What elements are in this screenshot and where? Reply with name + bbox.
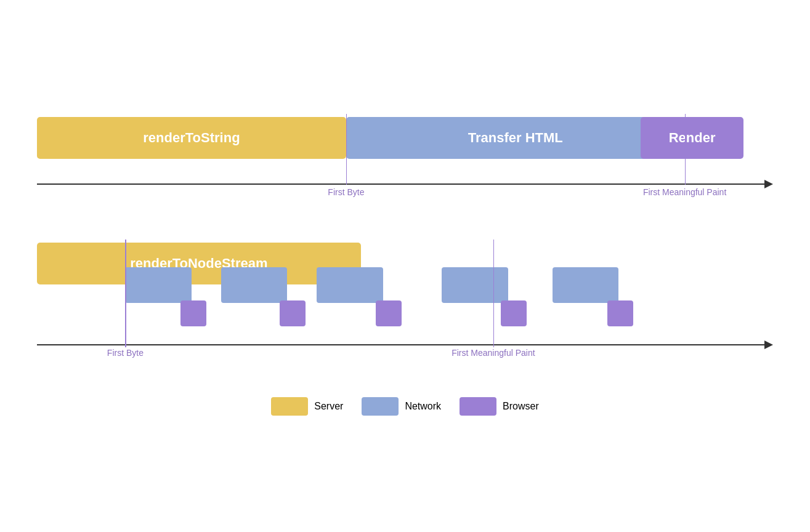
network-chunk-3: [317, 267, 383, 303]
fmp-marker-line-bottom: [493, 240, 495, 347]
render-bar: Render: [641, 117, 743, 159]
legend-server: Server: [271, 397, 343, 416]
diagram-render-to-string: renderToString Transfer HTML Render Firs…: [37, 117, 773, 206]
top-axis: [37, 183, 767, 185]
bottom-axis-labels: First Byte First Meaningful Paint: [37, 348, 773, 366]
browser-chunk-4: [501, 300, 527, 326]
top-axis-labels: First Byte First Meaningful Paint: [37, 187, 773, 206]
browser-chunk-2: [280, 300, 306, 326]
bottom-bars-area: renderToNodeStream: [37, 243, 773, 341]
network-chunk-1: [125, 267, 192, 303]
browser-legend-label: Browser: [503, 401, 539, 412]
legend-network: Network: [362, 397, 441, 416]
network-chunk-5: [553, 267, 619, 303]
first-byte-label-bottom: First Byte: [107, 348, 144, 358]
server-legend-label: Server: [314, 401, 343, 412]
browser-chunk-5: [607, 300, 633, 326]
render-to-node-stream-bar: renderToNodeStream: [37, 243, 361, 284]
top-bars-area: renderToString Transfer HTML Render: [37, 117, 773, 179]
fmp-marker-line-top: [685, 114, 686, 185]
render-to-string-bar: renderToString: [37, 117, 346, 159]
legend-browser: Browser: [460, 397, 539, 416]
network-color-box: [362, 397, 399, 416]
bottom-axis: [37, 344, 767, 345]
diagrams-container: renderToString Transfer HTML Render Firs…: [37, 117, 773, 416]
browser-color-box: [460, 397, 496, 416]
render-label: Render: [669, 130, 716, 146]
first-byte-label-top: First Byte: [328, 187, 364, 197]
server-color-box: [271, 397, 308, 416]
transfer-html-label: Transfer HTML: [468, 130, 563, 146]
fmp-label-bottom: First Meaningful Paint: [452, 348, 535, 358]
fmp-label-top: First Meaningful Paint: [643, 187, 726, 197]
legend: Server Network Browser: [37, 397, 773, 416]
browser-chunk-3: [376, 300, 402, 326]
network-chunk-2: [221, 267, 288, 303]
first-byte-marker-line-top: [346, 114, 347, 185]
first-byte-marker-line-bottom: [125, 240, 126, 347]
browser-chunk-1: [180, 300, 206, 326]
transfer-html-bar: Transfer HTML: [346, 117, 685, 159]
network-chunk-4: [442, 267, 508, 303]
diagram-render-to-node-stream: renderToNodeStream First Byte Firs: [37, 243, 773, 366]
render-to-string-label: renderToString: [143, 130, 240, 146]
network-legend-label: Network: [405, 401, 441, 412]
